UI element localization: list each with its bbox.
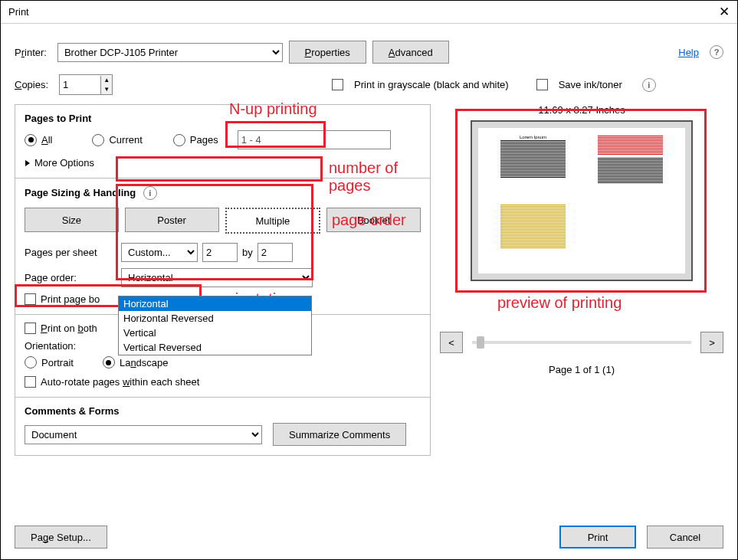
copies-input[interactable] [60, 76, 100, 93]
print-preview: Lorem Ipsum [471, 120, 693, 281]
slider-thumb[interactable] [477, 336, 484, 349]
printer-label: Printer: [15, 47, 47, 58]
preview-dimensions: 11.69 x 8.27 Inches [538, 104, 625, 116]
page-setup-button[interactable]: Page Setup... [15, 526, 107, 549]
tab-size[interactable]: Size [25, 208, 119, 232]
radio-landscape[interactable] [103, 356, 115, 368]
print-dialog: Print ✕ Printer: Brother DCP-J105 Printe… [0, 0, 738, 560]
grayscale-checkbox[interactable] [332, 79, 343, 90]
prev-page-button[interactable]: < [440, 332, 463, 353]
pages-range-input[interactable] [238, 130, 391, 149]
print-both-sides-checkbox[interactable] [25, 323, 36, 334]
page-order-option[interactable]: Vertical [119, 326, 311, 340]
copies-up-icon[interactable]: ▲ [101, 76, 112, 85]
radio-pages-label: Pages [190, 134, 218, 146]
preview-page: Lorem Ipsum [493, 133, 573, 195]
copies-down-icon[interactable]: ▼ [101, 85, 112, 94]
page-counter: Page 1 of 1 (1) [549, 364, 615, 375]
copies-row: Copies: ▲▼ Print in grayscale (black and… [15, 74, 723, 95]
auto-rotate-checkbox[interactable] [25, 376, 36, 388]
comments-select[interactable]: Document [25, 425, 262, 444]
comments-panel: Comments & Forms Document Summarize Comm… [15, 398, 431, 456]
page-sizing-panel: Page Sizing & Handling i Size Poster Mul… [15, 178, 431, 315]
pages-to-print-heading: Pages to Print [25, 113, 421, 124]
pages-per-sheet-label: Pages per sheet [25, 247, 116, 258]
properties-button[interactable]: Properties [289, 41, 366, 64]
help-info-icon[interactable]: ? [710, 45, 723, 59]
advanced-button[interactable]: Advanced [372, 41, 449, 64]
radio-all[interactable] [25, 134, 37, 146]
sizing-info-icon[interactable]: i [143, 186, 157, 200]
preview-page [493, 201, 573, 264]
saveink-label: Save ink/toner [559, 79, 622, 90]
pages-per-sheet-select[interactable]: Custom... [121, 243, 198, 262]
annotation-text: preview of printing [497, 294, 622, 312]
page-order-option[interactable]: Vertical Reversed [119, 340, 311, 355]
grayscale-label: Print in grayscale (black and white) [354, 79, 509, 90]
next-page-button[interactable]: > [700, 332, 723, 353]
page-order-option[interactable]: Horizontal [119, 296, 311, 311]
page-slider[interactable] [472, 341, 691, 344]
chevron-right-icon [25, 160, 30, 166]
pages-to-print-panel: Pages to Print All Current Pages More Op… [15, 104, 431, 178]
portrait-label: Portrait [41, 357, 74, 368]
page-order-label: Page order: [25, 272, 116, 283]
close-icon[interactable]: ✕ [719, 5, 730, 18]
cancel-button[interactable]: Cancel [647, 526, 723, 549]
saveink-info-icon[interactable]: i [642, 78, 656, 92]
sizing-tabs: Size Poster Multiple Booklet [25, 208, 421, 234]
copies-label: Copies: [15, 79, 48, 90]
printer-row: Printer: Brother DCP-J105 Printer Proper… [15, 41, 723, 64]
more-options-toggle[interactable]: More Options [25, 157, 421, 169]
print-page-border-checkbox[interactable] [25, 293, 36, 305]
comments-heading: Comments & Forms [25, 405, 421, 417]
radio-pages[interactable] [173, 134, 185, 146]
page-order-dropdown-open[interactable]: Horizontal Horizontal Reversed Vertical … [118, 296, 312, 355]
radio-current[interactable] [92, 134, 104, 146]
pages-per-sheet-rows[interactable] [257, 243, 293, 262]
radio-portrait[interactable] [25, 356, 37, 368]
preview-page [590, 133, 671, 195]
pages-per-sheet-cols[interactable] [202, 243, 238, 262]
summarize-comments-button[interactable]: Summarize Comments [273, 423, 406, 446]
help-link[interactable]: Help [678, 47, 699, 58]
print-button[interactable]: Print [559, 526, 636, 549]
window-title: Print [8, 6, 29, 18]
print-page-border-label: Print page bo [41, 293, 100, 305]
page-sizing-heading: Page Sizing & Handling [25, 187, 136, 198]
saveink-checkbox[interactable] [536, 79, 548, 90]
tab-poster[interactable]: Poster [125, 208, 219, 232]
page-order-option[interactable]: Horizontal Reversed [119, 311, 311, 326]
titlebar: Print ✕ [1, 1, 737, 24]
printer-select[interactable]: Brother DCP-J105 Printer [57, 43, 283, 62]
page-order-select[interactable]: Horizontal [121, 268, 313, 287]
tab-multiple[interactable]: Multiple [225, 208, 321, 234]
tab-booklet[interactable]: Booklet [326, 208, 421, 232]
copies-spinner[interactable]: ▲▼ [59, 74, 113, 95]
dialog-footer: Page Setup... Print Cancel [15, 518, 723, 549]
